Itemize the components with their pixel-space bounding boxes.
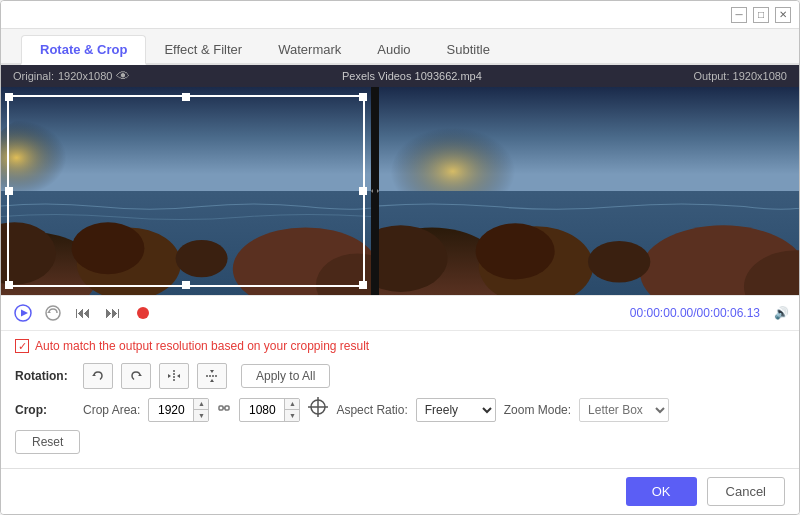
crop-row: Crop: Crop Area: ▲ ▼ ▲ ▼: [15, 397, 785, 422]
svg-marker-27: [92, 374, 96, 376]
window-controls: ─ □ ✕: [731, 7, 791, 23]
crop-overlay[interactable]: [7, 95, 365, 287]
video-panels: [1, 87, 799, 295]
tab-watermark[interactable]: Watermark: [260, 36, 359, 63]
auto-match-text: Auto match the output resolution based o…: [35, 339, 369, 353]
time-current: 00:00:00.00: [630, 306, 693, 320]
zoom-mode-select[interactable]: Letter Box Pan & Scan Full: [579, 398, 669, 422]
link-dimensions-icon[interactable]: [217, 401, 231, 419]
tabs-bar: Rotate & Crop Effect & Filter Watermark …: [1, 29, 799, 65]
tab-rotate-crop[interactable]: Rotate & Crop: [21, 35, 146, 65]
divider-arrows: [371, 181, 379, 201]
crop-handle-top-middle[interactable]: [182, 93, 190, 101]
original-resolution: 1920x1080: [58, 70, 112, 82]
svg-marker-31: [177, 374, 180, 378]
filename-display: Pexels Videos 1093662.mp4: [130, 70, 693, 82]
rotate-cw-button[interactable]: [121, 363, 151, 389]
center-crop-icon[interactable]: [308, 397, 328, 422]
crop-handle-bottom-right[interactable]: [359, 281, 367, 289]
output-label: Output:: [693, 70, 729, 82]
output-info: Output: 1920x1080: [693, 70, 787, 82]
crop-handle-left-middle[interactable]: [5, 187, 13, 195]
crop-handle-top-right[interactable]: [359, 93, 367, 101]
tab-subtitle[interactable]: Subtitle: [429, 36, 508, 63]
svg-rect-36: [225, 406, 229, 410]
close-button[interactable]: ✕: [775, 7, 791, 23]
flip-horizontal-button[interactable]: [159, 363, 189, 389]
filename-text: Pexels Videos 1093662.mp4: [342, 70, 482, 82]
tab-effect-filter[interactable]: Effect & Filter: [146, 36, 260, 63]
svg-point-26: [137, 307, 149, 319]
zoom-mode-label: Zoom Mode:: [504, 403, 571, 417]
original-label: Original:: [13, 70, 54, 82]
loop-button[interactable]: [41, 301, 65, 325]
height-up-button[interactable]: ▲: [285, 399, 299, 410]
svg-marker-10: [371, 189, 373, 193]
reset-row: Reset: [15, 430, 785, 454]
tab-audio[interactable]: Audio: [359, 36, 428, 63]
flip-vertical-button[interactable]: [197, 363, 227, 389]
svg-marker-23: [21, 310, 28, 317]
title-bar: ─ □ ✕: [1, 1, 799, 29]
height-down-button[interactable]: ▼: [285, 410, 299, 421]
svg-point-18: [476, 223, 555, 279]
crop-handle-bottom-middle[interactable]: [182, 281, 190, 289]
reset-button[interactable]: Reset: [15, 430, 80, 454]
height-spinners: ▲ ▼: [284, 399, 299, 421]
time-total: 00:00:06.13: [697, 306, 760, 320]
eye-icon[interactable]: 👁: [116, 68, 130, 84]
crop-height-input: ▲ ▼: [239, 398, 300, 422]
record-button[interactable]: [131, 301, 155, 325]
play-button[interactable]: [11, 301, 35, 325]
cancel-button[interactable]: Cancel: [707, 477, 785, 506]
aspect-ratio-label: Aspect Ratio:: [336, 403, 407, 417]
auto-match-row: Auto match the output resolution based o…: [15, 339, 785, 353]
crop-height-field[interactable]: [240, 403, 284, 417]
footer: OK Cancel: [1, 468, 799, 514]
volume-icon[interactable]: 🔊: [774, 306, 789, 320]
width-spinners: ▲ ▼: [193, 399, 208, 421]
settings-panel: Auto match the output resolution based o…: [1, 331, 799, 468]
apply-all-button[interactable]: Apply to All: [241, 364, 330, 388]
crop-handle-right-middle[interactable]: [359, 187, 367, 195]
main-window: ─ □ ✕ Rotate & Crop Effect & Filter Wate…: [0, 0, 800, 515]
rotate-ccw-button[interactable]: [83, 363, 113, 389]
ok-button[interactable]: OK: [626, 477, 697, 506]
prev-button[interactable]: ⏮: [71, 301, 95, 325]
auto-match-checkbox[interactable]: [15, 339, 29, 353]
minimize-button[interactable]: ─: [731, 7, 747, 23]
output-resolution: 1920x1080: [733, 70, 787, 82]
svg-marker-25: [47, 311, 51, 313]
controls-bar: ⏮ ⏭ 00:00:00.00/00:00:06.13 🔊: [1, 295, 799, 331]
svg-marker-34: [210, 379, 214, 382]
svg-marker-33: [210, 370, 214, 373]
crop-width-field[interactable]: [149, 403, 193, 417]
video-left-panel: [1, 87, 371, 295]
svg-marker-30: [168, 374, 171, 378]
rotation-row: Rotation: Apply to: [15, 363, 785, 389]
maximize-button[interactable]: □: [753, 7, 769, 23]
right-video-canvas: [379, 87, 799, 295]
info-bar: Original: 1920x1080 👁 Pexels Videos 1093…: [1, 65, 799, 87]
original-info: Original: 1920x1080 👁: [13, 68, 130, 84]
rotation-label: Rotation:: [15, 369, 75, 383]
crop-width-input: ▲ ▼: [148, 398, 209, 422]
video-right-panel: [379, 87, 799, 295]
width-up-button[interactable]: ▲: [194, 399, 208, 410]
aspect-ratio-select[interactable]: Freely 16:9 4:3 1:1: [416, 398, 496, 422]
time-display: 00:00:00.00/00:00:06.13: [630, 306, 760, 320]
crop-handle-top-left[interactable]: [5, 93, 13, 101]
next-button[interactable]: ⏭: [101, 301, 125, 325]
svg-point-21: [588, 241, 650, 283]
svg-rect-35: [219, 406, 223, 410]
video-divider: [371, 87, 379, 295]
crop-handle-bottom-left[interactable]: [5, 281, 13, 289]
svg-marker-28: [138, 374, 142, 376]
width-down-button[interactable]: ▼: [194, 410, 208, 421]
crop-area-label: Crop Area:: [83, 403, 140, 417]
crop-label: Crop:: [15, 403, 75, 417]
